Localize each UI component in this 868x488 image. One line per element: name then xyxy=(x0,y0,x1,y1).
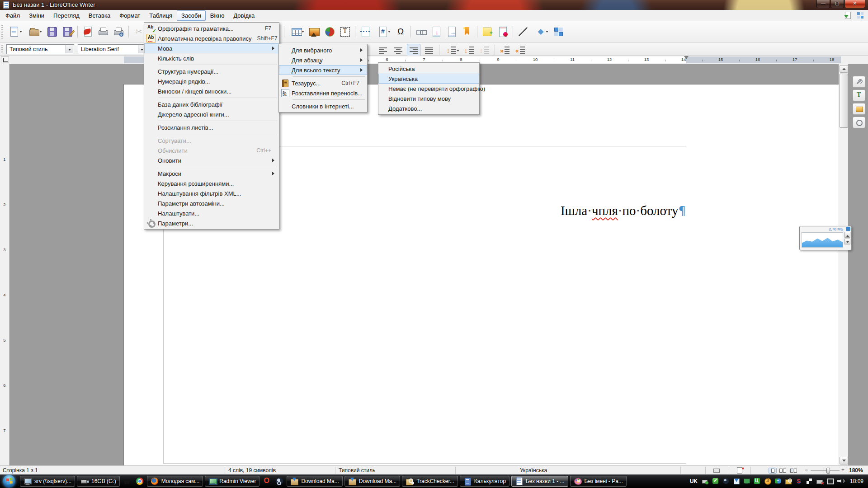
spin-down-icon[interactable] xyxy=(844,239,850,244)
hyperlink-icon-button[interactable] xyxy=(414,25,428,38)
teamviewer-icon[interactable] xyxy=(774,478,782,485)
zoom-slider-thumb[interactable] xyxy=(826,468,830,474)
taskbar-button[interactable]: Radmin Viewer xyxy=(205,476,259,487)
clock[interactable]: 18:09 xyxy=(850,478,863,484)
track-changes-icon-button[interactable] xyxy=(496,25,509,38)
chart-icon-button[interactable] xyxy=(323,25,336,38)
network-monitor-widget[interactable]: 2,78 МБ xyxy=(799,226,852,250)
menu-item[interactable]: Для вибраного xyxy=(279,45,367,55)
paragraph-style-combo[interactable]: Типовий стиль xyxy=(6,44,74,54)
menu-item[interactable]: Російська xyxy=(378,64,479,74)
radmin-tray-icon[interactable] xyxy=(743,478,750,485)
comment-icon-button[interactable] xyxy=(481,25,494,38)
chevron-down-icon[interactable] xyxy=(39,31,42,34)
menu-item[interactable]: Розставляння переносів... xyxy=(279,88,367,98)
document-modified-icon[interactable] xyxy=(737,467,742,474)
taskbar-pinned-opera-icon[interactable] xyxy=(261,477,273,485)
taskbar-pinned-wolf-icon[interactable] xyxy=(121,477,133,485)
menu-Вставка[interactable]: Вставка xyxy=(84,10,115,21)
maximize-button[interactable]: ▢ xyxy=(830,0,844,8)
download-master-tray-icon[interactable] xyxy=(733,478,740,485)
selection-mode-icon[interactable] xyxy=(713,469,720,473)
vertical-scrollbar[interactable] xyxy=(839,64,848,465)
zoom-slider[interactable]: − + xyxy=(805,467,845,474)
keyboard-language-indicator[interactable]: UK xyxy=(690,478,698,484)
network-display-icon[interactable] xyxy=(826,478,834,485)
taskbar-button[interactable]: 16GB (G:) xyxy=(77,476,120,487)
table-icon-button[interactable] xyxy=(288,25,306,38)
menu-item[interactable]: Розсилання листів... xyxy=(144,122,279,132)
page-style-status[interactable]: Типовий стиль xyxy=(339,467,375,474)
footnote-icon-button[interactable] xyxy=(429,25,443,38)
font-name-combo[interactable]: Liberation Serif xyxy=(78,44,146,54)
vertical-ruler[interactable]: 12345678 xyxy=(0,64,9,465)
menu-item[interactable]: Тезаурус...Ctrl+F7 xyxy=(279,78,367,88)
open-icon-button[interactable] xyxy=(25,25,43,38)
menu-item[interactable]: Оновити xyxy=(144,155,279,165)
chevron-down-icon[interactable] xyxy=(66,45,73,53)
chevron-down-icon[interactable] xyxy=(457,50,459,53)
menu-item[interactable]: Параметри автозаміни... xyxy=(144,198,279,208)
grid-icon[interactable] xyxy=(856,11,864,19)
menu-Формат[interactable]: Формат xyxy=(115,10,145,21)
image-icon-button[interactable] xyxy=(307,25,321,38)
chevron-down-icon[interactable] xyxy=(546,31,548,34)
taskbar-pinned-steam-icon[interactable] xyxy=(274,477,285,485)
shield-check-icon[interactable] xyxy=(712,478,719,485)
shapes-icon-button[interactable]: ◆ xyxy=(532,25,550,38)
sidebar-gallery-button[interactable] xyxy=(853,103,865,115)
taskbar-button[interactable]: Молодая сам... xyxy=(147,476,203,487)
minimize-button[interactable]: — xyxy=(816,0,830,8)
scroll-up-arrow-icon[interactable] xyxy=(840,65,848,73)
menu-Таблиця[interactable]: Таблиця xyxy=(145,10,177,21)
line-icon-button[interactable] xyxy=(516,25,530,38)
taskbar-button[interactable]: Калькулятор xyxy=(460,476,509,487)
title-bar[interactable]: Без назви 1 - LibreOffice Writer —▢✕ xyxy=(0,0,868,10)
menu-Файл[interactable]: Файл xyxy=(1,10,24,21)
menu-Довідка[interactable]: Довідка xyxy=(229,10,259,21)
menu-item[interactable]: Немає (не перевіряти орфографію) xyxy=(378,84,479,94)
folder-search-icon[interactable] xyxy=(785,478,792,485)
chevron-down-icon[interactable] xyxy=(388,31,391,34)
menu-item[interactable]: Структура нумерації... xyxy=(144,66,279,76)
taskbar-button[interactable]: Без імені - Pa... xyxy=(570,476,627,487)
menu-Перегляд[interactable]: Перегляд xyxy=(49,10,84,21)
taskbar-button[interactable]: Download Ma... xyxy=(344,476,400,487)
menu-Вікно[interactable]: Вікно xyxy=(206,10,229,21)
printer-error-icon[interactable] xyxy=(816,478,823,485)
toolbar-grip[interactable] xyxy=(1,45,3,54)
menu-Зміни[interactable]: Зміни xyxy=(24,10,49,21)
download-arrow-icon[interactable] xyxy=(844,11,852,19)
print-icon-button[interactable] xyxy=(96,25,110,38)
menu-item[interactable]: Українська xyxy=(378,74,479,84)
steam-tray-icon[interactable] xyxy=(722,478,730,485)
export-pdf-icon-button[interactable] xyxy=(81,25,94,38)
usb-tray-icon[interactable] xyxy=(702,478,709,485)
sidebar-properties-button[interactable] xyxy=(853,76,865,88)
zoom-level[interactable]: 180% xyxy=(849,467,863,474)
taskbar-button[interactable]: srv (\\sqlserv)... xyxy=(20,476,75,487)
sidebar-navigator-button[interactable] xyxy=(853,117,865,128)
menu-item[interactable]: Нумерація рядків... xyxy=(144,76,279,86)
volume-icon[interactable] xyxy=(837,478,844,485)
menu-item[interactable]: Керування розширеннями... xyxy=(144,178,279,188)
view-single-page-icon[interactable] xyxy=(769,468,777,474)
menu-item[interactable]: Для абзацу xyxy=(279,55,367,65)
menu-Засоби[interactable]: Засоби xyxy=(177,10,206,21)
chevron-down-icon[interactable] xyxy=(302,31,304,34)
save-as-icon-button[interactable] xyxy=(61,25,74,38)
document-text-line[interactable]: Ішла·чпля·по·болоту¶ xyxy=(561,203,686,218)
scrollbar-thumb[interactable] xyxy=(840,74,848,128)
menu-item[interactable]: Для всього тексту xyxy=(279,65,367,75)
menu-item[interactable]: Налаштувати... xyxy=(144,208,279,218)
menu-item[interactable]: Автоматична перевірка правописуShift+F7 xyxy=(144,33,279,43)
menu-item[interactable]: Параметри... xyxy=(144,218,279,228)
page-status[interactable]: Сторінка 1 з 1 xyxy=(3,467,38,474)
menu-item[interactable]: Налаштування фільтрів XML... xyxy=(144,188,279,198)
word-count-status[interactable]: 4 слів, 19 символів xyxy=(228,467,276,474)
menu-item[interactable]: Джерело адресної книги... xyxy=(144,109,279,119)
orange-coin-icon[interactable] xyxy=(764,478,771,485)
close-button[interactable]: ✕ xyxy=(844,0,865,8)
view-book-icon[interactable] xyxy=(789,468,797,474)
endnote-icon-button[interactable] xyxy=(445,25,458,38)
